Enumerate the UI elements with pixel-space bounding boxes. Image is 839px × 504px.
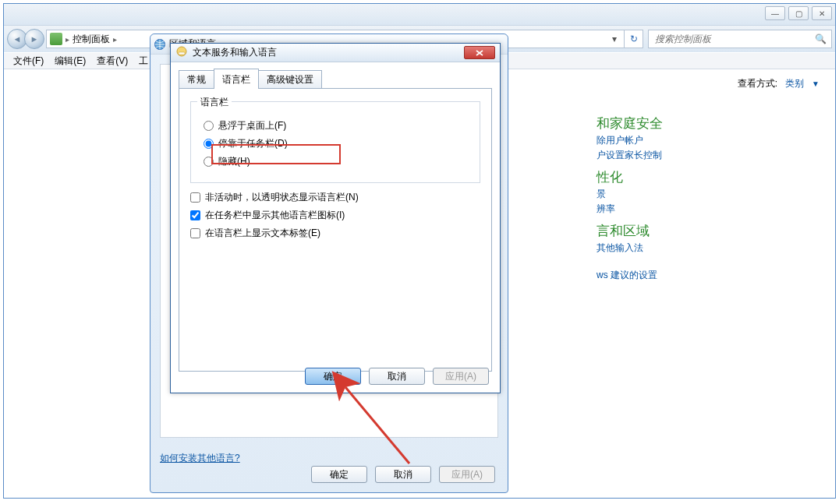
chevron-down-icon[interactable]: ▼: [812, 79, 820, 88]
tab-page: 语言栏 悬浮于桌面上(F) 停靠于任务栏(D) 隐藏(H) 非活动时，以透明状态…: [179, 88, 492, 372]
search-input[interactable]: [653, 33, 812, 45]
category-link[interactable]: 户设置家长控制: [597, 149, 823, 162]
radio-input[interactable]: [204, 139, 214, 149]
nav-back-forward: ◄ ►: [7, 29, 41, 49]
tabstrip: 常规 语言栏 高级键设置: [179, 69, 492, 89]
refresh-button[interactable]: ↻: [625, 30, 643, 48]
category-heading[interactable]: 性化: [597, 168, 823, 186]
radio-label: 隐藏(H): [218, 155, 250, 168]
chevron-right-icon: ▸: [113, 35, 117, 44]
forward-button[interactable]: ►: [24, 29, 44, 49]
ok-button[interactable]: 确定: [311, 466, 367, 483]
control-panel-icon: [50, 33, 62, 45]
radio-label: 悬浮于桌面上(F): [218, 119, 286, 132]
category-heading[interactable]: 和家庭安全: [597, 115, 823, 132]
checkbox-label: 在任务栏中显示其他语言栏图标(I): [205, 209, 345, 222]
search-box[interactable]: 🔍: [648, 30, 832, 48]
checkbox-input[interactable]: [190, 210, 200, 220]
view-mode-value[interactable]: 类别: [785, 77, 804, 90]
apply-button[interactable]: 应用(A): [439, 466, 495, 483]
check-text-labels[interactable]: 在语言栏上显示文本标签(E): [190, 227, 480, 240]
cancel-button[interactable]: 取消: [375, 466, 431, 483]
radio-hidden[interactable]: 隐藏(H): [204, 155, 467, 168]
dialog-titlebar: 文本服务和输入语言: [171, 44, 500, 62]
maximize-button[interactable]: ▢: [788, 6, 809, 20]
menu-file[interactable]: 文件(F): [9, 53, 48, 69]
radio-float[interactable]: 悬浮于桌面上(F): [204, 119, 467, 132]
chevron-right-icon: ▸: [65, 35, 69, 44]
close-button[interactable]: [464, 46, 495, 59]
close-button[interactable]: ✕: [812, 6, 832, 20]
checkbox-input[interactable]: [190, 192, 200, 203]
menu-view[interactable]: 查看(V): [92, 53, 133, 69]
ok-button[interactable]: 确定: [305, 368, 361, 385]
breadcrumb-root[interactable]: 控制面板: [73, 33, 110, 46]
control-panel-categories: 和家庭安全 除用户帐户 户设置家长控制 性化 景 辨率 言和区域 其他输入法 w…: [597, 108, 823, 284]
text-services-dialog: 文本服务和输入语言 常规 语言栏 高级键设置 语言栏 悬浮于桌面上(F) 停靠于…: [170, 43, 501, 393]
checkbox-label: 在语言栏上显示文本标签(E): [205, 227, 320, 240]
category-link[interactable]: 景: [597, 188, 823, 201]
category-link[interactable]: 其他输入法: [597, 241, 823, 255]
help-link[interactable]: 如何安装其他语言?: [160, 452, 240, 465]
tab-language-bar[interactable]: 语言栏: [214, 69, 259, 89]
radio-label: 停靠于任务栏(D): [218, 137, 288, 150]
checkbox-input[interactable]: [190, 228, 200, 238]
apply-button[interactable]: 应用(A): [433, 368, 489, 385]
category-heading[interactable]: 言和区域: [597, 222, 823, 240]
search-icon: 🔍: [815, 33, 827, 44]
category-link[interactable]: ws 建议的设置: [597, 269, 823, 282]
radio-input[interactable]: [204, 157, 214, 167]
minimize-button[interactable]: —: [765, 6, 785, 20]
radio-input[interactable]: [204, 121, 214, 131]
category-link[interactable]: 辨率: [597, 203, 823, 216]
keyboard-icon: [175, 45, 188, 60]
view-mode: 查看方式: 类别 ▼: [738, 77, 820, 90]
language-bar-group: 语言栏 悬浮于桌面上(F) 停靠于任务栏(D) 隐藏(H): [190, 101, 480, 183]
category-link[interactable]: 除用户帐户: [597, 134, 823, 147]
titlebar: — ▢ ✕: [4, 4, 835, 26]
breadcrumb-dropdown[interactable]: ▾: [608, 33, 621, 44]
menu-edit[interactable]: 编辑(E): [50, 53, 90, 69]
cancel-button[interactable]: 取消: [369, 368, 425, 385]
check-transparent[interactable]: 非活动时，以透明状态显示语言栏(N): [190, 191, 480, 204]
check-additional-icons[interactable]: 在任务栏中显示其他语言栏图标(I): [190, 209, 480, 222]
group-legend: 语言栏: [197, 96, 232, 109]
globe-icon: [154, 38, 166, 51]
dialog-body: 常规 语言栏 高级键设置 语言栏 悬浮于桌面上(F) 停靠于任务栏(D) 隐藏(…: [171, 62, 500, 393]
tab-advanced[interactable]: 高级键设置: [258, 70, 322, 89]
view-mode-label: 查看方式:: [738, 77, 777, 90]
checkbox-label: 非活动时，以透明状态显示语言栏(N): [205, 191, 359, 204]
svg-rect-2: [179, 52, 185, 55]
dialog-title: 文本服务和输入语言: [193, 46, 277, 59]
tab-general[interactable]: 常规: [179, 70, 214, 89]
radio-dock[interactable]: 停靠于任务栏(D): [204, 137, 467, 150]
